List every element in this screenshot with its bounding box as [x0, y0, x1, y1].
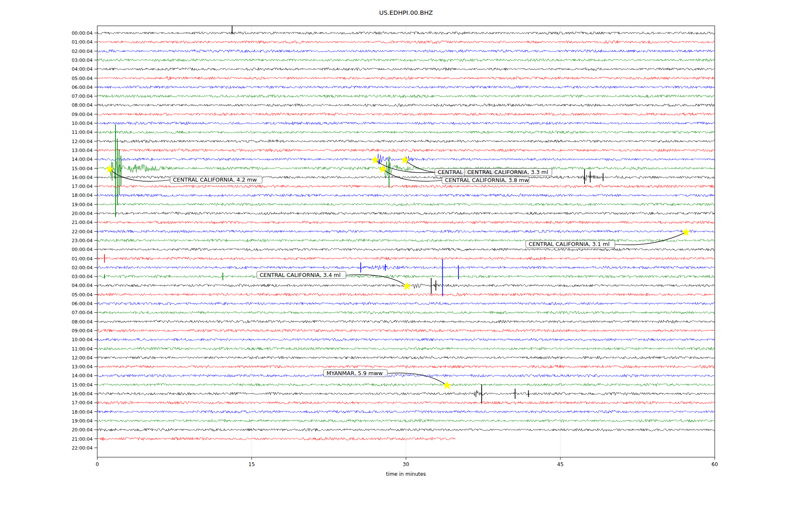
y-tick-label: 01:00:04	[72, 256, 93, 262]
y-tick-label: 13:00:04	[72, 364, 93, 370]
y-tick-label: 07:00:04	[72, 310, 93, 315]
x-tick-label: 60	[711, 461, 718, 467]
event-annotation-label: CENTRAL CALIFORNIA, 3.8 mw	[445, 177, 529, 183]
y-tick-label: 05:00:04	[72, 292, 93, 298]
trace-row	[97, 59, 715, 62]
plot-frame	[97, 26, 715, 457]
seismogram-figure: US.EDHPI.00.BHZ 01530456000:00:0401:00:0…	[0, 0, 812, 508]
annotations-layer: CENTRAL CALIFORNIA, 4.2 mwCENTRAL CALIFO…	[105, 155, 691, 389]
event-annotation: CENTRAL CALIFORNIA, 3.3 ml	[464, 168, 552, 176]
y-tick-label: 03:00:04	[72, 274, 93, 279]
plot-title: US.EDHPI.00.BHZ	[379, 9, 433, 16]
y-tick-label: 06:00:04	[72, 85, 93, 90]
event-annotation-label: CENTRAL CALIFORNIA, 3.3 ml	[467, 169, 548, 175]
y-tick-label: 09:00:04	[72, 328, 93, 334]
y-tick-label: 08:00:04	[72, 102, 93, 108]
annotation-leader-line	[110, 169, 170, 182]
y-tick-label: 23:00:04	[72, 238, 93, 243]
trace-row	[97, 257, 715, 260]
y-tick-label: 08:00:04	[72, 319, 93, 325]
event-annotation-label: CENTRAL CALIFORNIA, 3.4 ml	[260, 272, 340, 278]
y-tick-label: 14:00:04	[72, 373, 93, 378]
y-tick-label: 22:00:04	[72, 229, 93, 235]
annotation-leader-line	[615, 232, 686, 245]
event-annotation-label: MYANMAR, 5.9 mww	[326, 370, 383, 376]
x-axis-label: time in minutes	[386, 471, 426, 477]
plot-layers: 01530456000:00:0401:00:0402:00:0403:00:0…	[72, 26, 718, 467]
event-annotation: CENTRAL CALIFORNIA, 3.1 ml	[526, 240, 615, 248]
event-annotation: CENTRAL CALIFORNIA, 3.8 mw	[442, 177, 529, 184]
y-tick-label: 22:00:04	[72, 445, 93, 451]
y-tick-label: 15:00:04	[72, 382, 93, 388]
y-tick-label: 09:00:04	[72, 112, 93, 117]
y-tick-label: 10:00:04	[72, 337, 93, 342]
y-tick-label: 04:00:04	[72, 283, 93, 288]
y-tick-label: 00:00:04	[72, 247, 93, 252]
event-annotation: CENTRAL CALIFORNIA, 4.2 mw	[170, 176, 262, 183]
annotation-leader-line	[383, 169, 442, 182]
trace-row	[97, 265, 715, 270]
y-tick-label: 06:00:04	[72, 301, 93, 306]
y-tick-label: 02:00:04	[72, 49, 93, 54]
event-annotation: CENTRAL CALIFORNIA, 3.4 ml	[257, 271, 346, 279]
y-tick-label: 21:00:04	[72, 436, 93, 442]
y-tick-label: 18:00:04	[72, 409, 93, 415]
y-tick-label: 00:00:04	[72, 30, 93, 36]
y-tick-label: 20:00:04	[72, 211, 93, 216]
y-tick-label: 17:00:04	[72, 400, 93, 406]
trace-row	[97, 212, 715, 215]
event-annotation: MYANMAR, 5.9 mww	[324, 370, 387, 377]
y-tick-label: 14:00:04	[72, 157, 93, 162]
y-tick-label: 19:00:04	[72, 418, 93, 424]
y-tick-label: 02:00:04	[72, 265, 93, 271]
trace-row	[97, 41, 715, 44]
grid-layer: 01530456000:00:0401:00:0402:00:0403:00:0…	[72, 26, 718, 467]
trace-row	[97, 149, 715, 152]
trace-row	[97, 293, 715, 296]
y-tick-label: 12:00:04	[72, 139, 93, 144]
event-star-icon	[403, 282, 411, 290]
y-tick-label: 07:00:04	[72, 94, 93, 99]
y-tick-label: 10:00:04	[72, 121, 93, 126]
x-tick-label: 30	[403, 461, 409, 467]
y-tick-label: 15:00:04	[72, 166, 93, 171]
event-annotation-label: CENTRAL CALIFORNIA, 3.1 ml	[529, 241, 609, 247]
y-tick-label: 03:00:04	[72, 58, 93, 63]
trace-row	[97, 193, 715, 197]
x-tick-label: 0	[96, 461, 99, 467]
y-tick-label: 11:00:04	[72, 130, 93, 135]
trace-row	[97, 302, 715, 305]
y-tick-label: 19:00:04	[72, 202, 93, 207]
seismogram-plot: US.EDHPI.00.BHZ 01530456000:00:0401:00:0…	[0, 0, 812, 508]
y-tick-label: 01:00:04	[72, 39, 93, 45]
y-tick-label: 16:00:04	[72, 175, 93, 180]
y-tick-label: 20:00:04	[72, 427, 93, 433]
y-tick-label: 16:00:04	[72, 391, 93, 397]
event-star-icon	[681, 228, 690, 236]
event-star-icon	[443, 381, 452, 389]
y-tick-label: 17:00:04	[72, 184, 93, 189]
y-tick-label: 18:00:04	[72, 193, 93, 198]
trace-row	[97, 329, 715, 332]
y-tick-label: 13:00:04	[72, 148, 93, 153]
event-annotation-label: CENTRAL CALIFORNIA, 4.2 mw	[173, 177, 257, 183]
y-tick-label: 04:00:04	[72, 66, 93, 72]
trace-row	[97, 365, 715, 368]
x-tick-label: 45	[557, 461, 563, 467]
y-tick-label: 05:00:04	[72, 76, 93, 81]
y-tick-label: 12:00:04	[72, 355, 93, 361]
x-tick-label: 15	[248, 461, 255, 467]
y-tick-label: 11:00:04	[72, 346, 93, 352]
y-tick-label: 21:00:04	[72, 220, 93, 225]
trace-row	[97, 437, 455, 441]
trace-row	[97, 419, 715, 422]
